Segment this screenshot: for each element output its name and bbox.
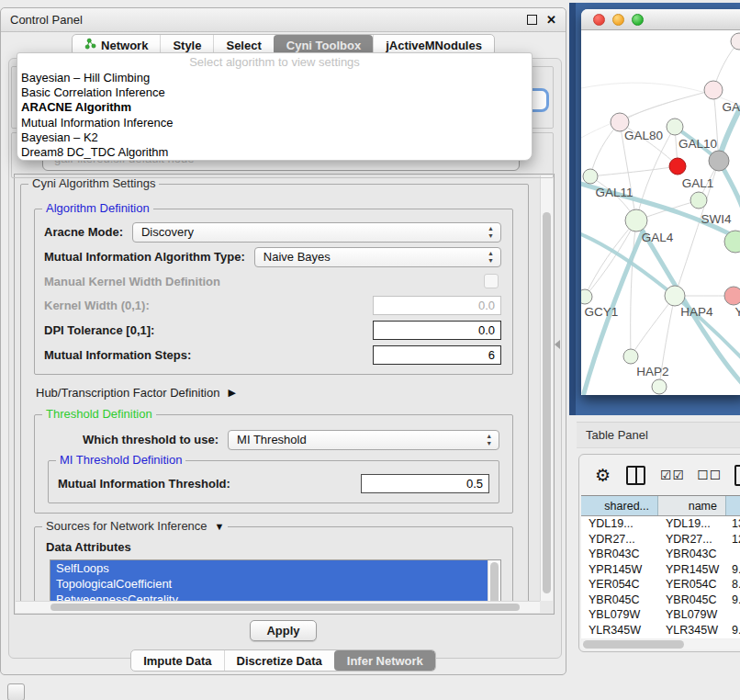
- table-row[interactable]: YER054CYER054C8.: [581, 577, 740, 593]
- close-icon[interactable]: ✕: [546, 14, 556, 26]
- table-cell: 8.: [726, 578, 740, 591]
- node-label-y: Y: [734, 305, 740, 319]
- table-row[interactable]: YBR043CYBR043C: [581, 547, 740, 562]
- corner-widget-button[interactable]: [7, 683, 25, 700]
- network-node[interactable]: [667, 119, 683, 135]
- node-label-gal80: GAL80: [624, 129, 663, 142]
- kernel-width-row: Kernel Width (0,1): 0.0: [44, 296, 501, 315]
- node-label-gal10: GAL10: [678, 137, 717, 151]
- sources-title: Sources for Network Inference: [46, 519, 207, 534]
- table-cell: YDL19...: [658, 517, 726, 530]
- node-label-swi4: SWI4: [701, 212, 731, 226]
- cyni-mode-tabs: Impute DataDiscretize DataInfer Network: [1, 649, 566, 672]
- panel-splitter-handle[interactable]: [555, 340, 560, 349]
- table-cell: YDR27...: [581, 533, 658, 546]
- table-row[interactable]: YPR145WYPR145W9.: [581, 562, 740, 578]
- mi-threshold-input[interactable]: 0.5: [361, 474, 489, 493]
- minimize-traffic-light[interactable]: [612, 14, 624, 26]
- table-row[interactable]: YBR045CYBR045C9.: [581, 593, 740, 608]
- expand-right-icon: ▶: [228, 387, 235, 399]
- network-titlebar[interactable]: [581, 9, 740, 30]
- network-canvas[interactable]: GALGAL80GAL10GAL11GAL1SWI4GAL4GCY1HAP4YH…: [581, 29, 740, 395]
- attribute-item-topologicalcoefficient[interactable]: TopologicalCoefficient: [50, 576, 488, 592]
- settings-horizontal-scrollbar[interactable]: [16, 601, 540, 613]
- node-label-gal: GAL: [722, 100, 740, 114]
- algorithm-option-dream8-dc-tdc-algorithm[interactable]: Dream8 DC_TDC Algorithm: [21, 145, 532, 160]
- dpi-tolerance-input[interactable]: 0.0: [373, 321, 501, 340]
- spinner-arrows-icon: ▲▼: [488, 250, 494, 265]
- table-row[interactable]: YIL052CYIL052C9.: [581, 638, 740, 638]
- network-node[interactable]: [652, 379, 667, 394]
- table-row[interactable]: YDL19...YDL19...13: [581, 516, 740, 532]
- cyni-algorithm-settings-group: Cyni Algorithm Settings Algorithm Defini…: [20, 184, 529, 601]
- table-row[interactable]: YBL079WYBL079W: [581, 607, 740, 623]
- spinner-arrows-icon: ▲▼: [486, 433, 492, 447]
- network-node[interactable]: [704, 81, 723, 99]
- network-node[interactable]: [690, 192, 707, 209]
- which-threshold-select[interactable]: MI Threshold ▲▼: [228, 430, 499, 450]
- zoom-traffic-light[interactable]: [632, 14, 644, 26]
- tab-label: Select: [226, 39, 261, 52]
- manual-kernel-label: Manual Kernel Width Definition: [44, 275, 220, 288]
- attribute-item-betweennesscentrality[interactable]: BetweennessCentrality: [50, 592, 488, 601]
- screen: Control Panel ✕ NetworkStyleSelectCyni T…: [0, 0, 740, 700]
- algorithm-option-mutual-information-inference[interactable]: Mutual Information Inference: [21, 116, 532, 130]
- list-scrollbar[interactable]: [488, 560, 500, 601]
- apply-button[interactable]: Apply: [250, 620, 316, 641]
- table-panel-titlebar: Table Panel: [577, 422, 740, 448]
- algorithm-option-bayesian-hill-climbing[interactable]: Bayesian – Hill Climbing: [21, 71, 532, 85]
- mi-type-select[interactable]: Naive Bayes ▲▼: [254, 247, 501, 267]
- algorithm-definition-group: Algorithm Definition Aracne Mode: Discov…: [34, 209, 513, 375]
- tab-discretize-data[interactable]: Discretize Data: [224, 650, 334, 671]
- deselect-all-checkboxes-icon[interactable]: ☐☐: [697, 468, 722, 482]
- network-node[interactable]: [724, 287, 740, 305]
- network-node[interactable]: [623, 349, 638, 364]
- mi-steps-input[interactable]: 6: [373, 345, 501, 365]
- gear-icon[interactable]: ⚙: [595, 467, 611, 484]
- tab-impute-data[interactable]: Impute Data: [131, 650, 223, 671]
- hub-definition-expander[interactable]: Hub/Transcription Factor Definition ▶: [36, 386, 528, 400]
- network-node[interactable]: [583, 169, 598, 184]
- table-cell: YLR345W: [581, 624, 658, 637]
- aracne-mode-value: Discovery: [141, 225, 194, 239]
- algorithm-option-basic-correlation-inference[interactable]: Basic Correlation Inference: [21, 85, 532, 100]
- network-window-frame: GALGAL80GAL10GAL11GAL1SWI4GAL4GCY1HAP4YH…: [569, 3, 740, 415]
- column-header-3[interactable]: [726, 496, 740, 515]
- algorithm-option-bayesian-k2[interactable]: Bayesian – K2: [21, 130, 532, 145]
- algorithm-option-aracne-algorithm[interactable]: ARACNE Algorithm: [21, 100, 532, 115]
- column-header-shared[interactable]: shared...: [581, 496, 658, 515]
- table-horizontal-scrollbar[interactable]: [581, 639, 740, 649]
- column-header-name[interactable]: name: [658, 496, 726, 515]
- kernel-width-input[interactable]: 0.0: [373, 296, 501, 315]
- network-node[interactable]: [625, 209, 647, 231]
- close-traffic-light[interactable]: [593, 14, 605, 26]
- mi-type-label: Mutual Information Algorithm Type:: [44, 250, 245, 264]
- attribute-item-selfloops[interactable]: SelfLoops: [50, 560, 488, 576]
- table-cell: 9.: [726, 593, 740, 606]
- select-all-checkboxes-icon[interactable]: ☑☑: [660, 468, 685, 482]
- node-label-gal11: GAL11: [595, 186, 633, 199]
- aracne-mode-select[interactable]: Discovery ▲▼: [132, 222, 501, 243]
- table-row[interactable]: YLR345WYLR345W9.: [581, 623, 740, 638]
- network-node[interactable]: [581, 289, 592, 304]
- tab-infer-network[interactable]: Infer Network: [334, 650, 435, 671]
- network-node[interactable]: [669, 158, 686, 175]
- columns-icon[interactable]: [626, 466, 645, 485]
- network-node[interactable]: [709, 151, 729, 171]
- settings-vertical-scrollbar[interactable]: [540, 175, 553, 601]
- collapse-down-icon: ▼: [215, 519, 225, 534]
- node-table: shared...name YDL19...YDL19...13YDR27...…: [581, 495, 740, 638]
- float-window-icon[interactable]: [527, 15, 537, 25]
- manual-kernel-checkbox[interactable]: [484, 274, 499, 288]
- tab-label: Cyni Toolbox: [286, 39, 361, 52]
- aracne-mode-label: Aracne Mode:: [44, 225, 123, 239]
- table-row[interactable]: YDR27...YDR27...12: [581, 532, 740, 548]
- table-cell: YPR145W: [658, 563, 726, 576]
- network-node[interactable]: [731, 33, 740, 50]
- dpi-tolerance-label: DPI Tolerance [0,1]:: [44, 323, 154, 337]
- sources-collapse-header[interactable]: Sources for Network Inference ▼: [42, 519, 228, 534]
- tab-label: Infer Network: [347, 654, 423, 668]
- group-title: Cyni Algorithm Settings: [28, 176, 159, 191]
- network-node[interactable]: [665, 286, 685, 306]
- document-icon[interactable]: [734, 465, 740, 486]
